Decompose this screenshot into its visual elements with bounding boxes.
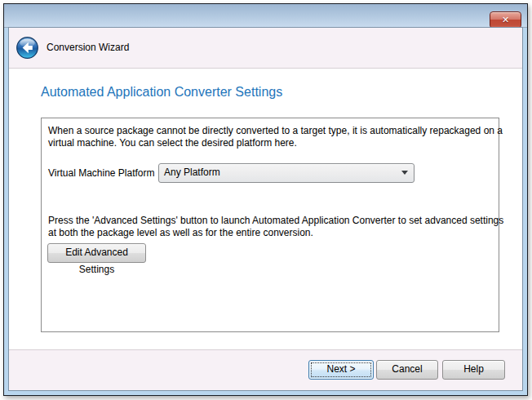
dropdown-arrow-icon bbox=[401, 171, 408, 175]
cancel-button[interactable]: Cancel bbox=[376, 360, 438, 380]
edit-advanced-settings-button[interactable]: Edit Advanced Settings bbox=[47, 243, 146, 263]
advanced-settings-text: Press the 'Advanced Settings' button to … bbox=[48, 215, 503, 239]
next-button-label: Next > bbox=[326, 363, 355, 375]
page-title: Automated Application Converter Settings bbox=[41, 85, 282, 100]
back-button[interactable] bbox=[16, 37, 38, 59]
vm-platform-selected-value: Any Platform bbox=[164, 164, 220, 180]
close-button[interactable]: ✕ bbox=[490, 11, 521, 29]
wizard-title: Conversion Wizard bbox=[47, 28, 129, 68]
back-arrow-icon bbox=[16, 47, 38, 61]
dialog-body: Conversion Wizard Automated Application … bbox=[8, 27, 523, 391]
intro-text: When a source package cannot be directly… bbox=[48, 125, 503, 149]
intro-line-2: virtual machine. You can select the desi… bbox=[48, 137, 503, 149]
title-bar[interactable]: ✕ bbox=[4, 4, 527, 28]
settings-groupbox: When a source package cannot be directly… bbox=[41, 118, 499, 332]
advanced-line-2: at both the package level as well as for… bbox=[48, 227, 503, 239]
close-icon: ✕ bbox=[502, 15, 509, 24]
vm-platform-dropdown[interactable]: Any Platform bbox=[158, 163, 415, 183]
footer-bar: Next > Cancel Help bbox=[9, 349, 522, 390]
help-button[interactable]: Help bbox=[442, 360, 505, 380]
vm-platform-label: Virtual Machine Platform bbox=[48, 167, 155, 179]
next-button[interactable]: Next > bbox=[308, 360, 374, 380]
wizard-window: ✕ bbox=[3, 3, 528, 396]
intro-line-1: When a source package cannot be directly… bbox=[48, 125, 503, 137]
wizard-header: Conversion Wizard bbox=[9, 28, 522, 69]
advanced-line-1: Press the 'Advanced Settings' button to … bbox=[48, 215, 503, 227]
